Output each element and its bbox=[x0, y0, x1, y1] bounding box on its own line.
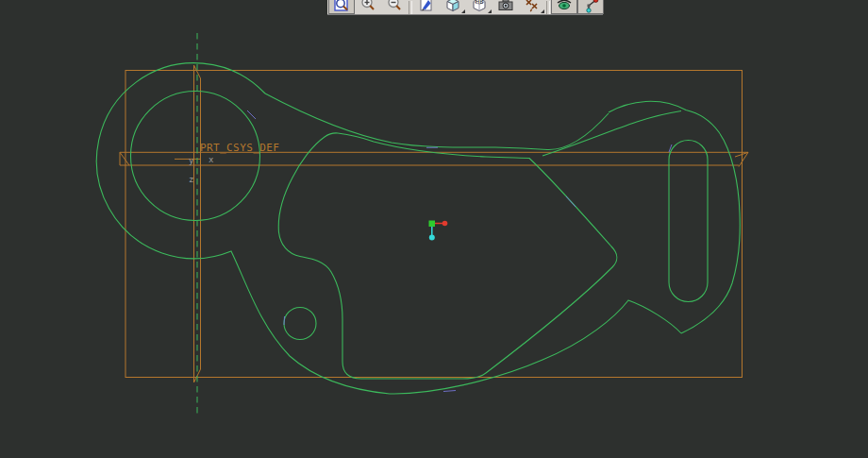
part-outer-boss-profile bbox=[609, 101, 740, 333]
part-flange-edge-line bbox=[542, 111, 681, 157]
graphics-viewport[interactable]: PRT_CSYS_DEF y x z bbox=[0, 0, 868, 458]
spin-center-x-axis-dot bbox=[442, 221, 448, 227]
small-hole-circle bbox=[284, 308, 316, 340]
csys-name-label: PRT_CSYS_DEF bbox=[200, 142, 279, 154]
csys-axis-y-label: y bbox=[189, 156, 194, 165]
hub-circle bbox=[131, 92, 260, 221]
part-web-pocket-contour bbox=[278, 133, 617, 379]
spin-center-origin-square bbox=[429, 221, 436, 228]
slot-stadium bbox=[669, 141, 708, 302]
csys-axis-z-label: z bbox=[189, 175, 193, 184]
cad-application-window: HB bbox=[0, 0, 868, 458]
csys-axis-x-label: x bbox=[209, 155, 214, 164]
part-outer-top-profile bbox=[265, 93, 609, 150]
datum-plane-left-notch bbox=[120, 152, 129, 165]
part-sketch-geometry bbox=[96, 63, 740, 394]
part-outer-bottom-profile bbox=[96, 63, 681, 394]
spin-center-marker bbox=[429, 221, 448, 241]
spin-center-y-axis-dot bbox=[429, 235, 435, 241]
